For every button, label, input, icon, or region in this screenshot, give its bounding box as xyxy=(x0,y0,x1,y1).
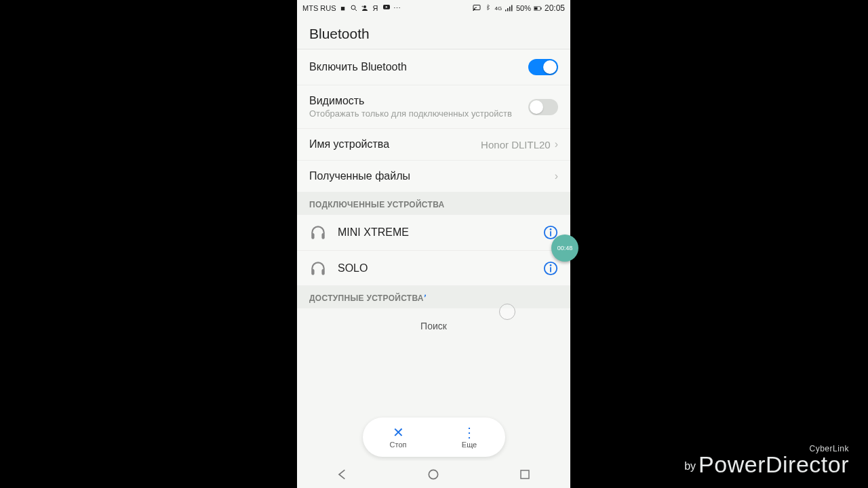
svg-rect-13 xyxy=(534,7,538,9)
watermark: CyberLink byPowerDirector xyxy=(684,445,849,476)
cast-icon xyxy=(473,4,481,12)
device-row[interactable]: SOLO xyxy=(297,250,570,285)
device-row[interactable]: MINI XTREME xyxy=(297,215,570,250)
more-icon: ⋯ xyxy=(393,4,401,12)
row-device-name[interactable]: Имя устройства Honor DLITL20 › xyxy=(297,129,570,161)
svg-point-2 xyxy=(363,5,366,8)
person-add-icon: + xyxy=(361,4,369,12)
signal-icon: 4G xyxy=(494,4,502,12)
search-icon xyxy=(350,4,358,12)
close-icon: ✕ xyxy=(393,426,404,439)
visibility-sub: Отображать только для подключенных устро… xyxy=(309,108,528,119)
svg-rect-14 xyxy=(311,233,314,239)
svg-point-0 xyxy=(351,5,355,9)
watermark-top: CyberLink xyxy=(684,445,849,453)
svg-rect-9 xyxy=(509,7,511,12)
cell-bars-icon xyxy=(505,4,513,12)
headphones-icon xyxy=(309,260,327,277)
svg-line-1 xyxy=(355,9,357,12)
headphones-icon xyxy=(309,224,327,241)
nav-recent-button[interactable] xyxy=(517,466,533,483)
svg-rect-18 xyxy=(550,231,551,236)
svg-rect-15 xyxy=(321,233,324,239)
status-bar: MTS RUS ■ + Я ⋯ 4G 50% xyxy=(297,0,570,16)
device-name: MINI XTREME xyxy=(338,226,543,239)
battery-percent: 50% xyxy=(516,4,531,12)
device-name-label: Имя устройства xyxy=(309,138,481,150)
svg-point-24 xyxy=(429,470,438,479)
searching-label: Поиск xyxy=(297,308,570,334)
row-received-files[interactable]: Полученные файлы › xyxy=(297,161,570,192)
yandex-icon: Я xyxy=(372,4,380,12)
info-icon[interactable] xyxy=(543,261,558,276)
svg-point-22 xyxy=(550,264,552,266)
svg-rect-10 xyxy=(511,5,513,12)
touch-indicator xyxy=(499,304,515,320)
more-button[interactable]: ⋮ Еще xyxy=(434,418,505,457)
chevron-right-icon: › xyxy=(555,170,558,182)
available-devices-header: ДОСТУПНЫЕ УСТРОЙСТВАʼ xyxy=(297,285,570,308)
svg-rect-20 xyxy=(321,269,324,275)
visibility-label: Видимость xyxy=(309,95,528,107)
battery-icon xyxy=(534,4,542,12)
bluetooth-icon xyxy=(484,4,492,12)
svg-point-17 xyxy=(550,228,552,230)
battery-small-icon: ■ xyxy=(339,4,347,12)
carrier-label: MTS RUS xyxy=(302,4,336,12)
android-nav-bar xyxy=(297,461,570,488)
row-visibility[interactable]: Видимость Отображать только для подключе… xyxy=(297,85,570,129)
bluetooth-toggle[interactable] xyxy=(528,59,558,75)
nav-back-button[interactable] xyxy=(334,466,351,483)
watermark-main: PowerDirector xyxy=(698,451,849,477)
enable-bt-label: Включить Bluetooth xyxy=(309,61,528,73)
page-title: Bluetooth xyxy=(297,16,570,49)
svg-rect-23 xyxy=(550,267,551,272)
more-vertical-icon: ⋮ xyxy=(462,426,476,439)
device-name: SOLO xyxy=(338,262,543,274)
stop-button[interactable]: ✕ Стоп xyxy=(363,418,434,457)
bottom-action-bar: ✕ Стоп ⋮ Еще xyxy=(363,418,505,457)
received-files-label: Полученные файлы xyxy=(309,170,555,182)
screen-record-badge[interactable]: 00:48 xyxy=(551,235,578,262)
connected-devices-header: ПОДКЛЮЧЕННЫЕ УСТРОЙСТВА xyxy=(297,192,570,215)
device-name-value: Honor DLITL20 xyxy=(481,139,551,150)
clock: 20:05 xyxy=(545,3,565,13)
chevron-right-icon: › xyxy=(555,138,558,150)
nav-home-button[interactable] xyxy=(425,466,441,483)
svg-rect-25 xyxy=(521,470,529,479)
phone-frame: MTS RUS ■ + Я ⋯ 4G 50% xyxy=(297,0,570,488)
svg-rect-19 xyxy=(311,269,314,275)
svg-rect-7 xyxy=(505,9,507,11)
row-enable-bluetooth[interactable]: Включить Bluetooth xyxy=(297,49,570,85)
watermark-by: by xyxy=(684,460,696,472)
svg-rect-8 xyxy=(507,8,509,12)
visibility-toggle[interactable] xyxy=(528,99,558,115)
svg-text:+: + xyxy=(361,4,363,8)
youtube-icon xyxy=(382,4,391,12)
svg-rect-12 xyxy=(540,7,541,9)
